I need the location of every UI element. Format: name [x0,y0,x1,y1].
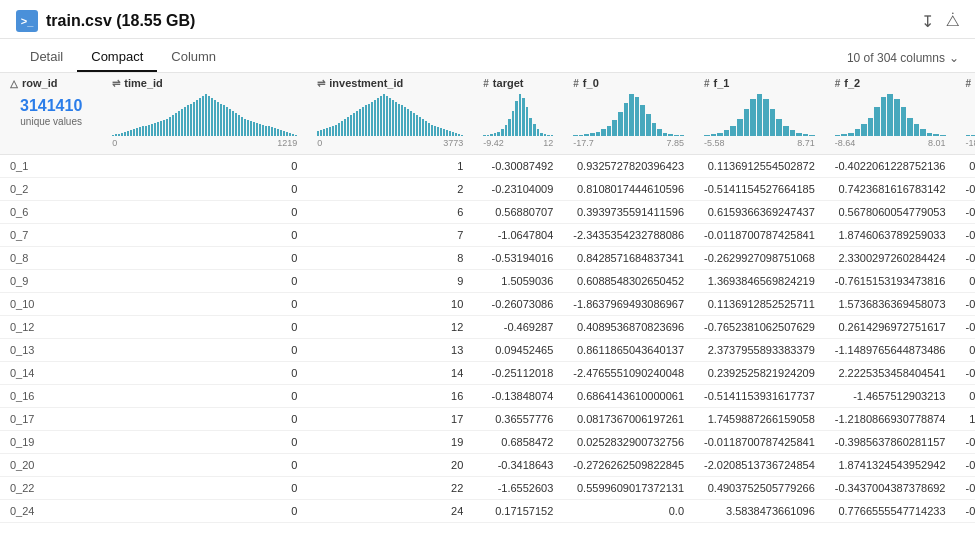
histogram-bar [640,105,645,136]
cell-f_0: -2.4765551090240048 [563,362,694,385]
cell-target: -0.469287 [473,316,563,339]
expand-icon[interactable]: ⧊ [946,12,959,30]
histogram-bar [202,96,204,136]
histogram-f0: -17.7 7.85 [573,89,684,150]
histogram-bar [446,130,448,136]
cell-f_1: 1.7459887266159058 [694,408,825,431]
histogram-bar [920,129,926,136]
histogram-bar [289,133,291,136]
histogram-bar [154,123,156,136]
cell-investment_id: 14 [307,362,473,385]
cell-row_id: 0_8 [0,247,102,270]
col-header-investment_id: ⇌ investment_id 0 3773 [307,73,473,155]
cell-f_1: 3.5838473661096 [694,500,825,523]
histogram-bar [193,102,195,136]
hash-icon-f1: # [704,78,710,89]
app-container: >_ train.csv (18.55 GB) ↧ ⧊ Detail Compa… [0,0,975,541]
cell-time_id: 0 [102,477,307,500]
column-headers-row: △ row_id 3141410 unique values ⇌ time_id [0,73,975,155]
table-body: 0_101-0.300874920.93257278203964230.1136… [0,155,975,523]
cell-row_id: 0_12 [0,316,102,339]
data-table-wrapper[interactable]: △ row_id 3141410 unique values ⇌ time_id [0,73,975,541]
cell-target: 0.6858472 [473,431,563,454]
cell-f_0: -0.2726262509822845 [563,454,694,477]
cell-f_3: -0.5834221839984785 [956,247,976,270]
histogram-bar [770,109,776,136]
histogram-bar [232,111,234,136]
histogram-bar [437,127,439,136]
histogram-bar [320,130,322,136]
cell-target: 0.56880707 [473,201,563,224]
histogram-bar [848,133,854,136]
histogram-bar [796,133,802,136]
histogram-bar [730,126,736,136]
histogram-bar [151,124,153,136]
histogram-bar [139,127,141,136]
histogram-bar [757,94,763,136]
histogram-bar [241,117,243,136]
histogram-bar [256,123,258,136]
histogram-bar [229,109,231,136]
histogram-bar [428,123,430,136]
terminal-icon: >_ [16,10,38,32]
histogram-bar [540,133,543,136]
histogram-bar [717,133,723,136]
cell-f_2: -1.1489765644873486 [825,339,956,362]
cell-f_2: 0.2614296972751617 [825,316,956,339]
histogram-bar [579,135,584,136]
hash-icon-f2: # [835,78,841,89]
cell-f_1: -0.2629927098751068 [694,247,825,270]
histogram-bar [901,107,907,136]
histogram-bar [881,97,887,136]
histogram-bar [933,134,939,136]
col-header-f1: # f_1 -5.58 8.71 [694,73,825,155]
histogram-bar [335,125,337,136]
cell-f_3: -0.6079627275466919 [956,201,976,224]
histogram-bar [887,94,893,136]
histogram-bar [790,130,796,136]
table-row: 0_10010-0.26073086-1.86379694930869670.1… [0,293,975,316]
tab-detail[interactable]: Detail [16,43,77,72]
histogram-bar [244,119,246,136]
cell-f_3: -0.6166727542877197 [956,178,976,201]
tab-column[interactable]: Column [157,43,230,72]
cell-f_2: -0.3985637860281157 [825,431,956,454]
histogram-bar [226,107,228,136]
histogram-bar [737,119,743,136]
cell-f_0: 0.8611865043640137 [563,339,694,362]
histogram-bar [160,121,162,136]
col-header-f0: # f_0 -17.7 7.85 [563,73,694,155]
histogram-bar [380,96,382,136]
cell-investment_id: 19 [307,431,473,454]
histogram-bar [483,135,486,136]
hash-icon-f3: # [966,78,972,89]
histogram-bar [526,107,529,136]
cell-f_2: -0.3437004387378692 [825,477,956,500]
histogram-bar [522,98,525,136]
histogram-bar [205,94,207,136]
histogram-bar [515,101,518,136]
columns-dropdown-icon[interactable]: ⌄ [949,51,959,65]
histogram-bar [359,109,361,136]
histogram-bar [657,129,662,136]
histogram-bar [750,99,756,136]
histogram-bar [624,103,629,136]
link-icon-time: ⇌ [112,78,120,89]
download-icon[interactable]: ↧ [921,12,934,31]
table-row: 0_22022-1.65526030.55996090173721310.490… [0,477,975,500]
histogram-bar [238,115,240,136]
header-left: >_ train.csv (18.55 GB) [16,10,195,32]
tab-compact[interactable]: Compact [77,43,157,72]
unique-values-display: 3141410 unique values [10,89,92,135]
histogram-bar [169,117,171,136]
histogram-bar [724,130,730,136]
cell-f_0: 0.5599609017372131 [563,477,694,500]
table-row: 0_16016-0.138480740.6864143610000061-0.5… [0,385,975,408]
histogram-bar [674,135,679,136]
histogram-bar [487,135,490,136]
histogram-bar [187,105,189,136]
columns-info: 10 of 304 columns ⌄ [847,51,959,65]
cell-f_3: 0.5050338580669808 [956,385,976,408]
cell-investment_id: 7 [307,224,473,247]
cell-f_2: -1.2180866930778874 [825,408,956,431]
